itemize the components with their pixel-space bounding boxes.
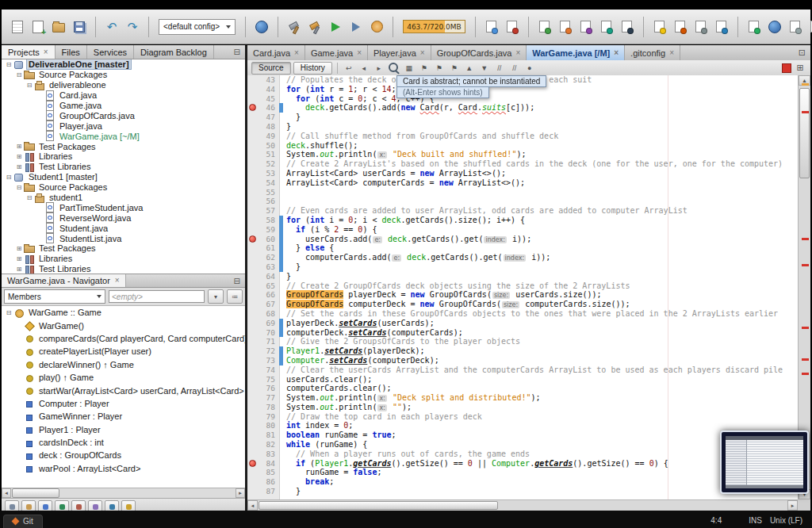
- expander-closed-icon[interactable]: ⊞: [14, 245, 24, 252]
- build-project-button[interactable]: [285, 17, 304, 36]
- clean-and-build-project-button[interactable]: [305, 17, 324, 36]
- tree-item[interactable]: Student.java: [2, 223, 245, 233]
- tree-item[interactable]: ⊞Test Libraries: [2, 264, 245, 274]
- new-file-button[interactable]: [8, 17, 27, 36]
- scrollbar-thumb[interactable]: [799, 88, 810, 178]
- error-stripe-mark[interactable]: [802, 327, 809, 329]
- code-line[interactable]: 77System.out.println(x: "Deck split and …: [247, 393, 798, 403]
- code-line[interactable]: 81boolean runGame = true;: [247, 430, 798, 440]
- code-line[interactable]: 56: [247, 197, 798, 206]
- code-line[interactable]: 53ArrayList<Card> userCards = new ArrayL…: [247, 169, 798, 178]
- error-stripe-mark[interactable]: [802, 111, 809, 113]
- source-view-button[interactable]: Source: [251, 62, 291, 75]
- code-line[interactable]: 67GroupOfCards computerDeck = new GroupO…: [247, 300, 798, 309]
- create-branch-button[interactable]: [650, 17, 669, 36]
- back-button[interactable]: ◂: [358, 62, 370, 74]
- git-fetch-button[interactable]: [618, 17, 637, 36]
- code-line[interactable]: 83 // When a player runs out of cards, t…: [247, 450, 798, 459]
- split-editor-button[interactable]: ⊞: [794, 62, 806, 74]
- save-all-button[interactable]: [70, 17, 89, 36]
- maximize-tab-button[interactable]: ⊡: [794, 45, 810, 60]
- undo-button[interactable]: ↶: [102, 17, 121, 36]
- close-icon[interactable]: ×: [294, 49, 299, 57]
- close-icon[interactable]: ×: [614, 49, 619, 57]
- tree-item[interactable]: ⊞Test Libraries: [2, 162, 245, 172]
- expander-open-icon[interactable]: ⊟: [4, 309, 13, 316]
- tree-item[interactable]: ReverseWord.java: [2, 212, 245, 223]
- code-line[interactable]: 51System.out.println(x: "Deck built and …: [247, 150, 798, 159]
- uncomment-button[interactable]: //: [508, 62, 521, 74]
- expander-closed-icon[interactable]: ⊞: [14, 255, 24, 262]
- navigator-item[interactable]: compareCards(Card playerCard, Card compu…: [2, 332, 245, 345]
- code-line[interactable]: 70computerDeck.setCards(computerCards);: [247, 328, 798, 338]
- code-line[interactable]: 78System.out.println(x: "");: [247, 403, 798, 412]
- code-line[interactable]: 58for (int i = 0; i < deck.getCards().si…: [247, 216, 798, 225]
- code-line[interactable]: 54ArrayList<Card> computerCards = new Ar…: [247, 178, 798, 188]
- scroll-right-icon[interactable]: ▸: [236, 488, 245, 498]
- redo-button[interactable]: ↷: [123, 17, 142, 36]
- code-line[interactable]: 64}: [247, 272, 798, 281]
- code-line[interactable]: 48}: [247, 122, 798, 132]
- editor-tab-card-java[interactable]: Card.java×: [247, 45, 305, 60]
- error-badge-icon[interactable]: [249, 460, 256, 467]
- code-line[interactable]: 69playerDeck.setCards(userCards);: [247, 319, 798, 328]
- code-line[interactable]: 76computerCards.clear();: [247, 384, 798, 393]
- expander-open-icon[interactable]: ⊟: [25, 194, 34, 201]
- navigator-item[interactable]: WarGame(): [2, 319, 245, 331]
- toggle-bookmark-button[interactable]: ⚑: [448, 62, 461, 74]
- navigator-filter-button[interactable]: ▾: [208, 289, 224, 304]
- insert-mode[interactable]: INS: [749, 516, 762, 525]
- close-icon[interactable]: ×: [357, 49, 362, 57]
- ide-options-button[interactable]: [786, 17, 805, 36]
- find-button[interactable]: [388, 62, 400, 74]
- navigator-tab[interactable]: WarGame.java - Navigator ×: [2, 274, 126, 287]
- rebase-button[interactable]: [691, 17, 710, 36]
- editor-tab-player-java[interactable]: Player.java×: [368, 45, 431, 60]
- code-line[interactable]: 86 break;: [247, 477, 798, 487]
- code-line[interactable]: 50deck.shuffle();: [247, 141, 798, 151]
- debug-project-button[interactable]: [347, 17, 366, 36]
- default-browser-button[interactable]: [252, 17, 271, 36]
- navigator-item[interactable]: Computer : Player: [2, 397, 245, 410]
- code-line[interactable]: 73Computer.setCards(computerDeck);: [247, 356, 798, 365]
- error-badge-icon[interactable]: [249, 104, 256, 111]
- show-history-button[interactable]: [712, 17, 731, 36]
- scroll-right-icon[interactable]: ▸: [787, 500, 798, 511]
- comment-button[interactable]: //: [493, 62, 506, 74]
- error-stripe-mark[interactable]: [802, 358, 809, 361]
- error-stripe-mark[interactable]: [802, 264, 809, 266]
- code-line[interactable]: 82while (runGame) {: [247, 440, 798, 450]
- navigator-item[interactable]: warPool : ArrayList<Card>: [2, 462, 245, 475]
- tree-item[interactable]: ⊟student1: [2, 193, 245, 203]
- tree-item[interactable]: ⊞Test Packages: [2, 141, 245, 151]
- code-line[interactable]: 59 if (i % 2 == 0) {: [247, 225, 798, 235]
- new-project-button[interactable]: [29, 17, 48, 36]
- navigator-item[interactable]: GameWinner : Player: [2, 410, 245, 423]
- record-macro-button[interactable]: ●: [523, 62, 536, 74]
- navigator-item[interactable]: ⊟WarGame :: Game: [2, 306, 245, 319]
- code-line[interactable]: 68// Set the cards in these GroupOfCards…: [247, 309, 798, 319]
- forward-button[interactable]: ▸: [373, 62, 385, 74]
- expander-closed-icon[interactable]: ⊞: [14, 153, 24, 160]
- tree-item[interactable]: ⊟DeliverableOne [master]: [2, 59, 245, 70]
- previous-occurrence-button[interactable]: ▲: [463, 62, 476, 74]
- code-line[interactable]: 60 userCards.add(e: deck.getCards().get(…: [247, 235, 798, 244]
- navigator-item[interactable]: createPlayerList(Player user): [2, 345, 245, 358]
- code-line[interactable]: 46 deck.getCards().add(new Card(r, Card.…: [247, 103, 798, 113]
- code-line[interactable]: 85 runGame = false;: [247, 468, 798, 477]
- caret-position[interactable]: 4:4: [710, 516, 722, 525]
- navigator-item[interactable]: declareWinner() ↑ Game: [2, 358, 245, 371]
- tree-item[interactable]: Player.java: [2, 121, 245, 131]
- code-line[interactable]: 74// Clear the userCards ArrayList and t…: [247, 365, 798, 375]
- tree-item[interactable]: PartTimeStudent.java: [2, 202, 245, 212]
- editor-tab-game-java[interactable]: Game.java×: [305, 45, 368, 60]
- memory-gauge[interactable]: 463.7/720.0MB: [403, 20, 465, 33]
- code-line[interactable]: 79// Draw the top card in each players d…: [247, 412, 798, 422]
- navigator-item[interactable]: startWar(ArrayList<Card> userCard, Array…: [2, 384, 245, 396]
- navigator-members-combo[interactable]: Members: [4, 289, 105, 304]
- git-update-button[interactable]: [535, 17, 554, 36]
- tree-item[interactable]: StudentList.java: [2, 233, 245, 243]
- panel-tab-files[interactable]: Files: [56, 45, 87, 59]
- tree-item[interactable]: WarGame.java [~/M]: [2, 131, 245, 141]
- git-pull-button[interactable]: [597, 17, 616, 36]
